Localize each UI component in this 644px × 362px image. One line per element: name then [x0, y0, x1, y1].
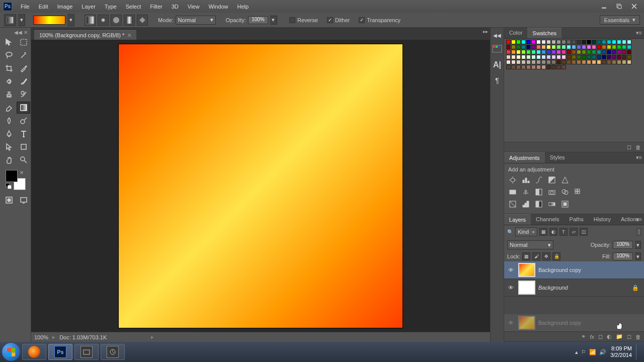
color-picker[interactable]: ⤭	[6, 170, 26, 190]
swatch-cell[interactable]	[627, 60, 631, 64]
swatch-cell[interactable]	[627, 55, 631, 59]
tab-styles[interactable]: Styles	[545, 152, 570, 163]
layer-filter-kind[interactable]: Kind÷	[515, 227, 537, 236]
opacity-input[interactable]: 100%	[248, 16, 268, 24]
swatches-grid[interactable]	[504, 39, 644, 72]
opacity-arrow-icon[interactable]: ▾	[270, 16, 277, 25]
layer-name[interactable]: Background copy	[538, 267, 642, 273]
levels-icon[interactable]	[521, 175, 530, 185]
swatch-cell[interactable]	[541, 55, 546, 59]
panel-collapse-icon[interactable]: ▸▸	[483, 29, 488, 34]
tray-icons[interactable]: ▴ ⚐ 📶 🔊	[575, 349, 606, 355]
gradientmap-icon[interactable]	[547, 200, 556, 209]
zoom-tool[interactable]	[17, 154, 30, 166]
swatch-cell[interactable]	[561, 60, 566, 64]
swatch-cell[interactable]	[622, 40, 626, 44]
swatch-cell[interactable]	[511, 40, 516, 44]
fill-arrow[interactable]: ▾	[635, 252, 641, 260]
swatch-cell[interactable]	[526, 45, 531, 49]
default-colors-icon[interactable]	[6, 183, 12, 189]
filter-smart-icon[interactable]: ◫	[580, 228, 588, 236]
swatch-cell[interactable]	[561, 50, 566, 54]
tray-volume-icon[interactable]: 🔊	[599, 349, 606, 355]
menu-select[interactable]: Select	[121, 2, 146, 12]
move-tool[interactable]	[2, 36, 16, 48]
taskbar-app4[interactable]	[101, 344, 125, 360]
swatch-cell[interactable]	[551, 55, 556, 59]
document-tab[interactable]: 100% (Background copy, RGB/8) * ×	[34, 30, 136, 40]
swatch-cell[interactable]	[556, 50, 561, 54]
dither-checkbox[interactable]	[327, 17, 333, 23]
swap-colors-icon[interactable]: ⤭	[20, 170, 24, 175]
photofilter-icon[interactable]	[547, 188, 556, 197]
gradient-tool[interactable]	[17, 102, 30, 114]
paragraph-icon[interactable]: ¶	[495, 76, 499, 84]
swatch-cell[interactable]	[582, 60, 586, 64]
swatch-cell[interactable]	[506, 65, 511, 69]
swatch-cell[interactable]	[536, 55, 541, 59]
swatch-cell[interactable]	[622, 60, 626, 64]
swatch-cell[interactable]	[592, 55, 596, 59]
swatch-cell[interactable]	[582, 55, 586, 59]
swatch-cell[interactable]	[531, 40, 536, 44]
gradient-picker-arrow-icon[interactable]: ▾	[67, 14, 74, 26]
tab-paths[interactable]: Paths	[565, 214, 589, 225]
swatch-cell[interactable]	[551, 50, 556, 54]
swatch-cell[interactable]	[546, 45, 551, 49]
swatch-cell[interactable]	[627, 45, 631, 49]
swatch-cell[interactable]	[546, 40, 551, 44]
swatch-cell[interactable]	[561, 40, 566, 44]
diamond-gradient-button[interactable]	[137, 15, 148, 26]
swatch-cell[interactable]	[612, 50, 616, 54]
swatch-cell[interactable]	[572, 55, 576, 59]
swatch-cell[interactable]	[612, 60, 616, 64]
swatch-cell[interactable]	[602, 60, 606, 64]
collapse-right-icon[interactable]: ◀◀	[493, 33, 501, 38]
adjustment-layer-icon[interactable]: ◐	[607, 333, 612, 340]
layer-fx-icon[interactable]: fx	[590, 334, 594, 340]
swatch-cell[interactable]	[587, 60, 591, 64]
canvas-viewport[interactable]	[31, 40, 490, 332]
zoom-level[interactable]: 100%	[34, 334, 48, 340]
swatch-cell[interactable]	[556, 55, 561, 59]
vibrance-icon[interactable]	[560, 175, 570, 185]
swatch-cell[interactable]	[587, 40, 591, 44]
blur-tool[interactable]	[2, 115, 16, 127]
swatches-icon[interactable]	[493, 45, 502, 53]
new-swatch-icon[interactable]: ◻	[627, 144, 631, 150]
tray-clock[interactable]: 8:09 PM 3/2/2014	[610, 345, 632, 358]
swatch-cell[interactable]	[516, 60, 521, 64]
swatch-cell[interactable]	[506, 40, 511, 44]
history-brush-tool[interactable]	[17, 88, 30, 101]
status-arrow-icon[interactable]: ▸	[151, 334, 154, 340]
lasso-tool[interactable]	[2, 49, 16, 61]
swatch-cell[interactable]	[531, 55, 536, 59]
menu-window[interactable]: Window	[204, 2, 232, 12]
swatch-cell[interactable]	[521, 65, 526, 69]
swatch-cell[interactable]	[526, 65, 531, 69]
swatch-cell[interactable]	[516, 50, 521, 54]
close-tab-icon[interactable]: ×	[127, 33, 131, 38]
swatch-cell[interactable]	[617, 45, 621, 49]
lock-move-icon[interactable]: ✥	[542, 252, 550, 260]
minimize-button[interactable]	[597, 2, 611, 11]
swatch-cell[interactable]	[622, 45, 626, 49]
swatch-cell[interactable]	[572, 60, 576, 64]
swatch-cell[interactable]	[551, 65, 556, 69]
gradient-picker[interactable]	[33, 16, 65, 25]
swatch-cell[interactable]	[556, 65, 561, 69]
swatch-cell[interactable]	[541, 45, 546, 49]
swatch-cell[interactable]	[551, 45, 556, 49]
path-select-tool[interactable]	[2, 141, 16, 153]
swatch-cell[interactable]	[526, 50, 531, 54]
swatch-cell[interactable]	[592, 60, 596, 64]
swatch-cell[interactable]	[617, 40, 621, 44]
swatch-cell[interactable]	[521, 60, 526, 64]
hue-icon[interactable]	[508, 188, 517, 197]
posterize-icon[interactable]	[521, 200, 530, 209]
swatch-cell[interactable]	[577, 50, 581, 54]
tab-channels[interactable]: Channels	[531, 214, 564, 225]
menu-edit[interactable]: Edit	[34, 2, 53, 12]
swatch-cell[interactable]	[607, 50, 611, 54]
swatch-cell[interactable]	[516, 45, 521, 49]
